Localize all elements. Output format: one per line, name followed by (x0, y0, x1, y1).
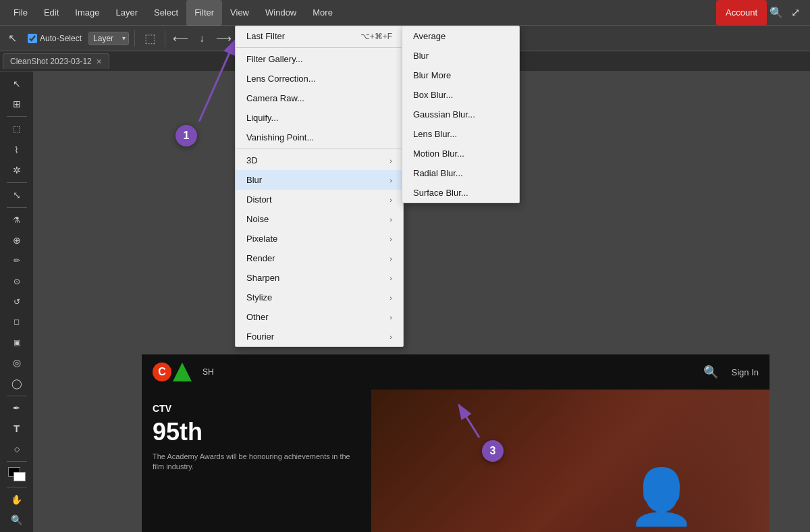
zoom-icon: 🔍 (11, 514, 22, 525)
magic-wand-icon: ✲ (13, 165, 21, 176)
blur-box[interactable]: Box Blur... (402, 85, 519, 105)
ctv-show-text: SH (202, 367, 214, 377)
filter-camera-raw[interactable]: Camera Raw... (236, 88, 403, 108)
filter-lens-correction[interactable]: Lens Correction... (236, 69, 403, 88)
auto-select-label: Auto-Select (40, 34, 82, 43)
ctv-left-panel: CTV 95th The Academy Awards will be hono… (142, 390, 371, 532)
select-icon: ⬚ (13, 124, 20, 134)
camera-raw-label: Camera Raw... (246, 93, 304, 103)
move-tool[interactable]: ↖ (5, 74, 29, 93)
render-chevron: › (389, 255, 392, 263)
filter-stylize[interactable]: Stylize › (236, 288, 403, 307)
menu-edit[interactable]: Edit (36, 0, 67, 26)
fourier-chevron: › (389, 333, 392, 341)
shape-tool[interactable]: ◇ (5, 440, 29, 458)
ctv-search-icon[interactable]: 🔍 (703, 365, 718, 379)
filter-sharpen[interactable]: Sharpen › (236, 268, 403, 288)
gaussian-blur-label: Gaussian Blur... (413, 109, 475, 119)
layer-select[interactable]: Layer Group (88, 32, 129, 45)
zoom-tool[interactable]: 🔍 (5, 510, 29, 529)
filter-blur[interactable]: Blur › (236, 170, 403, 190)
toolbar-icon-1[interactable]: ⬚ (140, 30, 159, 47)
tool-separator-5 (7, 461, 27, 462)
document-tab[interactable]: CleanShot 2023-03-12 ✕ (3, 53, 109, 69)
heal-icon: ⊕ (13, 235, 21, 246)
filter-fourier[interactable]: Fourier › (236, 327, 403, 346)
select-tool[interactable]: ⬚ (5, 119, 29, 138)
filter-distort[interactable]: Distort › (236, 190, 403, 209)
blur-blur[interactable]: Blur (402, 46, 519, 65)
menu-file[interactable]: File (5, 0, 36, 26)
heal-tool[interactable]: ⊕ (5, 231, 29, 250)
move-tool-icon: ↖ (8, 32, 17, 45)
menu-more[interactable]: More (304, 0, 341, 26)
tool-separator-4 (7, 396, 27, 396)
ctv-title: 95th (153, 418, 360, 446)
background-color[interactable] (14, 472, 26, 481)
blur-surface[interactable]: Surface Blur... (402, 183, 519, 203)
eyedropper-tool[interactable]: ⚗ (5, 211, 29, 230)
history-tool[interactable]: ↺ (5, 292, 29, 311)
ctv-logo: C (153, 363, 192, 381)
blur-radial[interactable]: Radial Blur... (402, 163, 519, 183)
magic-wand-tool[interactable]: ✲ (5, 161, 29, 180)
sharpen-label: Sharpen (246, 273, 279, 283)
blur-chevron: › (389, 176, 392, 184)
blur-more[interactable]: Blur More (402, 65, 519, 85)
menu-filter[interactable]: Filter (186, 0, 222, 26)
filter-render[interactable]: Render › (236, 248, 403, 268)
menu-select[interactable]: Select (146, 0, 186, 26)
filter-noise[interactable]: Noise › (236, 209, 403, 229)
toolbar-align-3[interactable]: ⟶ (214, 30, 233, 47)
noise-chevron: › (389, 215, 392, 223)
menu-layer[interactable]: Layer (108, 0, 146, 26)
distort-chevron: › (389, 196, 392, 204)
filter-3d[interactable]: 3D › (236, 151, 403, 170)
filter-sep-2 (236, 149, 403, 149)
blur-lens[interactable]: Lens Blur... (402, 124, 519, 144)
hand-tool[interactable]: ✋ (5, 490, 29, 509)
shape-icon: ◇ (14, 445, 20, 454)
ctv-signin-button[interactable]: Sign In (732, 367, 759, 377)
menu-image[interactable]: Image (67, 0, 107, 26)
eraser-tool[interactable]: ◻ (5, 313, 29, 331)
blur-tool[interactable]: ◎ (5, 353, 29, 372)
tab-close-button[interactable]: ✕ (96, 57, 102, 66)
filter-liquify[interactable]: Liquify... (236, 108, 403, 128)
render-label: Render (246, 253, 275, 263)
color-swatch[interactable] (8, 467, 26, 481)
blur-motion[interactable]: Motion Blur... (402, 144, 519, 163)
toolbar-align-1[interactable]: ⟵ (171, 30, 190, 47)
surface-blur-label: Surface Blur... (413, 188, 468, 198)
gradient-tool[interactable]: ▣ (5, 333, 29, 352)
auto-select-checkbox[interactable] (28, 34, 37, 43)
blur-gaussian[interactable]: Gaussian Blur... (402, 105, 519, 124)
dodge-tool[interactable]: ◯ (5, 373, 29, 392)
filter-gallery[interactable]: Filter Gallery... (236, 49, 403, 69)
auto-select-option[interactable]: Auto-Select (24, 32, 86, 45)
filter-last-filter[interactable]: Last Filter ⌥+⌘+F (236, 26, 403, 46)
filter-pixelate[interactable]: Pixelate › (236, 229, 403, 248)
text-tool[interactable]: T (5, 419, 29, 438)
brush-tool[interactable]: ✏ (5, 251, 29, 270)
search-icon[interactable]: 🔍 (767, 3, 786, 22)
blur-average[interactable]: Average (402, 26, 519, 46)
menu-account[interactable]: Account (716, 0, 767, 26)
fourier-label: Fourier (246, 331, 274, 342)
crop-tool[interactable]: ⤡ (5, 186, 29, 205)
toolbar-align-2[interactable]: ↓ (192, 30, 211, 47)
menu-view[interactable]: View (222, 0, 257, 26)
artboard-tool[interactable]: ⊞ (5, 95, 29, 113)
filter-other[interactable]: Other › (236, 307, 403, 327)
filter-vanishing-point[interactable]: Vanishing Point... (236, 128, 403, 147)
pen-tool[interactable]: ✒ (5, 399, 29, 418)
lasso-tool[interactable]: ⌇ (5, 140, 29, 159)
stamp-tool[interactable]: ⊙ (5, 272, 29, 291)
3d-label: 3D (246, 155, 258, 165)
brush-icon: ✏ (14, 256, 20, 265)
fullscreen-icon[interactable]: ⤢ (786, 3, 805, 22)
menu-window[interactable]: Window (257, 0, 304, 26)
blur-icon: ◎ (13, 357, 21, 368)
pixelate-label: Pixelate (246, 234, 277, 244)
stylize-chevron: › (389, 294, 392, 302)
